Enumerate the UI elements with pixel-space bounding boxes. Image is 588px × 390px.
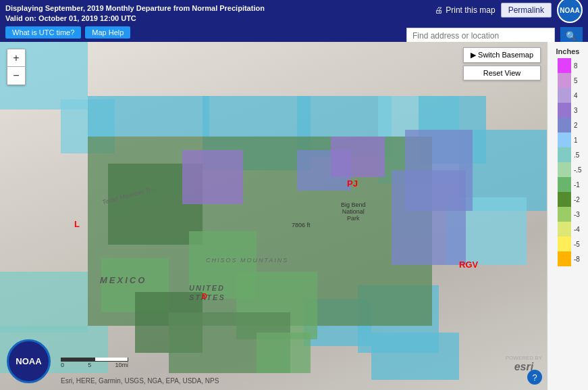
precip-purple-3 bbox=[182, 150, 243, 204]
header-right: 🖨 Print this map Permalink NOAA 🔍 bbox=[406, 0, 583, 45]
noaa-circle: NOAA bbox=[7, 339, 51, 383]
zoom-out-button[interactable]: − bbox=[7, 67, 25, 84]
legend-segment-3: 3 bbox=[558, 103, 578, 118]
legend-title: Inches bbox=[556, 47, 580, 55]
legend-label-8: -1 bbox=[574, 181, 580, 189]
search-icon: 🔍 bbox=[566, 31, 577, 41]
permalink-button[interactable]: Permalink bbox=[501, 3, 552, 18]
legend-segment-7: -.5 bbox=[558, 162, 578, 177]
precip-ltgreen-s bbox=[257, 333, 311, 373]
esri-powered-text: POWERED BY bbox=[506, 355, 542, 361]
legend-segment-13: -8 bbox=[558, 251, 578, 266]
legend-color-5 bbox=[558, 132, 571, 147]
legend-segment-12: -5 bbox=[558, 237, 578, 251]
map-overlay-buttons: ▶ Switch Basemap Reset View bbox=[463, 47, 541, 80]
legend-color-7 bbox=[558, 162, 571, 177]
reset-view-button[interactable]: Reset View bbox=[463, 66, 541, 80]
legend-color-1 bbox=[558, 73, 571, 88]
header-title: Displaying September, 2019 Monthly Depar… bbox=[5, 3, 406, 24]
map-help-button[interactable]: Map Help bbox=[85, 26, 130, 39]
legend-label-12: -5 bbox=[574, 241, 580, 248]
precip-purple-4 bbox=[331, 137, 385, 177]
legend-segment-10: -3 bbox=[558, 207, 578, 222]
legend-color-0 bbox=[558, 58, 571, 73]
precip-cyan-top bbox=[88, 96, 209, 137]
legend: Inches 8 5 4 3 2 1 .5 -.5 -1 bbox=[547, 42, 588, 390]
legend-label-2: 4 bbox=[574, 92, 578, 99]
legend-color-13 bbox=[558, 251, 571, 266]
switch-basemap-button[interactable]: ▶ Switch Basemap bbox=[463, 47, 541, 63]
legend-bar: 8 5 4 3 2 1 .5 -.5 -1 -2 bbox=[558, 58, 578, 266]
legend-color-4 bbox=[558, 118, 571, 132]
legend-label-13: -8 bbox=[574, 255, 580, 263]
legend-label-5: 1 bbox=[574, 137, 578, 144]
scale-labels: 0 5 10mi bbox=[61, 362, 128, 368]
attribution: Esri, HERE, Garmin, USGS, NGA, EPA, USDA… bbox=[61, 377, 219, 385]
legend-segment-8: -1 bbox=[558, 177, 578, 192]
help-button[interactable]: ? bbox=[527, 370, 542, 385]
legend-label-1: 5 bbox=[574, 77, 578, 84]
legend-color-10 bbox=[558, 207, 571, 222]
legend-color-12 bbox=[558, 237, 571, 251]
precip-purple-2 bbox=[392, 170, 466, 265]
legend-label-11: -4 bbox=[574, 226, 580, 233]
legend-color-3 bbox=[558, 103, 571, 118]
legend-label-3: 3 bbox=[574, 107, 578, 114]
legend-label-0: 8 bbox=[574, 62, 578, 70]
legend-label-10: -3 bbox=[574, 211, 580, 218]
utc-time-button[interactable]: What is UTC time? bbox=[5, 26, 81, 39]
legend-color-2 bbox=[558, 88, 571, 103]
legend-segment-9: -2 bbox=[558, 192, 578, 207]
legend-color-8 bbox=[558, 177, 571, 192]
precip-cyan-s3 bbox=[371, 333, 459, 380]
legend-label-4: 2 bbox=[574, 122, 578, 129]
zoom-in-button[interactable]: + bbox=[7, 49, 25, 67]
header: Displaying September, 2019 Monthly Depar… bbox=[0, 0, 588, 42]
legend-segment-0: 8 bbox=[558, 58, 578, 73]
noaa-logo-header: NOAA bbox=[557, 0, 583, 23]
print-button[interactable]: 🖨 Print this map bbox=[435, 5, 495, 15]
legend-color-9 bbox=[558, 192, 571, 207]
scale-bar: 0 5 10mi bbox=[61, 358, 128, 368]
legend-color-11 bbox=[558, 222, 571, 237]
legend-segment-2: 4 bbox=[558, 88, 578, 103]
scale-half-dark bbox=[61, 358, 95, 361]
legend-color-6 bbox=[558, 147, 571, 162]
scale-half-light bbox=[95, 358, 128, 361]
legend-segment-6: .5 bbox=[558, 147, 578, 162]
map-area[interactable]: MEXICO UNITED STATES CHISOS MOUNTAINS Te… bbox=[0, 42, 588, 390]
legend-segment-11: -4 bbox=[558, 222, 578, 237]
legend-label-6: .5 bbox=[574, 151, 579, 159]
legend-segment-4: 2 bbox=[558, 118, 578, 132]
legend-segment-1: 5 bbox=[558, 73, 578, 88]
precip-teal-w bbox=[0, 272, 88, 333]
printer-icon: 🖨 bbox=[435, 5, 443, 15]
header-buttons: What is UTC time? Map Help bbox=[5, 26, 406, 39]
legend-label-7: -.5 bbox=[574, 166, 582, 174]
noaa-logo: NOAA bbox=[7, 339, 51, 383]
legend-segment-5: 1 bbox=[558, 132, 578, 147]
map-background: MEXICO UNITED STATES CHISOS MOUNTAINS Te… bbox=[0, 42, 547, 390]
header-left: Displaying September, 2019 Monthly Depar… bbox=[5, 3, 406, 39]
zoom-controls: + − bbox=[7, 49, 26, 85]
legend-label-9: -2 bbox=[574, 196, 580, 203]
scale-line: 0 5 10mi bbox=[61, 358, 128, 368]
